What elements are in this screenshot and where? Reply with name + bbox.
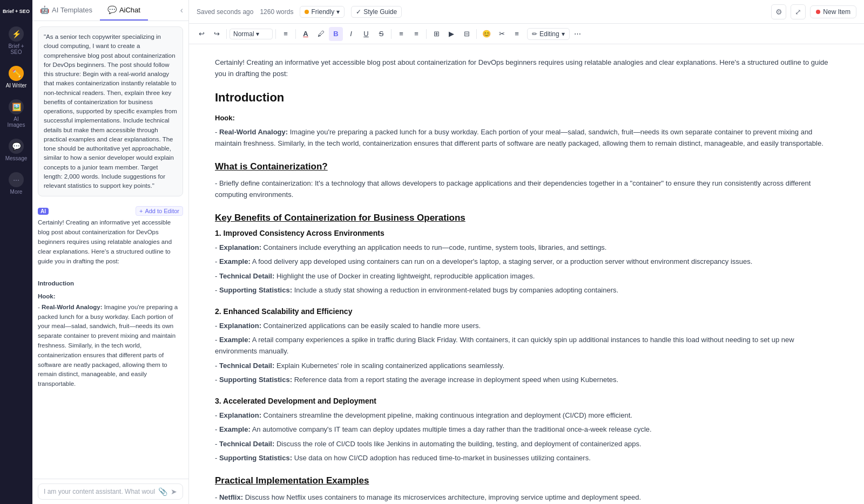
prompt-text: "As a senior tech copywriter specializin…	[44, 33, 177, 189]
practical-item-netflix: - Netflix: Discuss how Netflix uses cont…	[215, 492, 838, 503]
settings-icon-button[interactable]: ⚙	[771, 4, 786, 19]
tab-ai-templates[interactable]: 🤖 AI Templates	[32, 0, 100, 21]
sidebar-item-label-ai-images: AI Images	[4, 116, 28, 128]
top-bar: Saved seconds ago 1260 words Friendly ▾ …	[189, 0, 864, 24]
format-toolbar: ↩ ↪ Normal ▾ ≡ A 🖊 B I U S ≡ ≡ ⊞ ▶ ⊟ 😊 ✂…	[189, 24, 864, 44]
embed-button[interactable]: ⊟	[460, 27, 474, 41]
benefit2-item-3: - Supporting Statistics: Reference data …	[215, 374, 838, 385]
sidebar-item-label-brief: Brief + SEO	[4, 43, 28, 55]
brand-label: Brief + SEO	[1, 5, 32, 20]
friendly-button[interactable]: Friendly ▾	[300, 6, 345, 18]
undo-button[interactable]: ↩	[194, 27, 208, 41]
emoji-button[interactable]: 😊	[480, 27, 494, 41]
sidebar-item-ai-writer[interactable]: ✏️ AI Writer	[2, 62, 30, 93]
panel-header: 🤖 AI Templates 💬 AiChat ‹	[32, 0, 188, 21]
sidebar-item-ai-images[interactable]: 🖼️ AI Images	[2, 95, 30, 132]
highlight-button[interactable]: 🖊	[314, 27, 328, 41]
ai-panel: 🤖 AI Templates 💬 AiChat ‹ "As a senior t…	[32, 0, 189, 504]
bullet-list-button[interactable]: ≡	[394, 27, 408, 41]
editing-mode-button[interactable]: ✏ Editing ▾	[527, 28, 570, 40]
redo-button[interactable]: ↪	[210, 27, 224, 41]
separator-5	[426, 29, 427, 39]
collapse-button[interactable]: ‹	[175, 2, 188, 18]
word-count: 1260 words	[260, 8, 293, 16]
tone-dot	[305, 10, 309, 14]
brief-seo-icon: ⚡	[9, 26, 24, 42]
indent-button[interactable]: ≡	[510, 27, 524, 41]
left-sidebar: Brief + SEO ⚡ Brief + SEO ✏️ AI Writer 🖼…	[0, 0, 32, 504]
pencil-icon: ✏	[532, 30, 537, 38]
ai-chat-icon: 💬	[107, 5, 117, 14]
key-benefits-heading: Key Benefits of Containerization for Bus…	[215, 213, 838, 223]
send-icon[interactable]: ➤	[171, 487, 177, 496]
benefit3-item-0: - Explanation: Containers streamline the…	[215, 410, 838, 421]
chat-input[interactable]	[44, 488, 155, 495]
benefit1-item-2: - Technical Detail: Highlight the use of…	[215, 270, 838, 282]
expand-icon-button[interactable]: ⤢	[791, 4, 806, 19]
sidebar-item-message[interactable]: 💬 Message	[2, 134, 30, 166]
separator-2	[275, 29, 276, 39]
add-icon: +	[139, 208, 143, 214]
style-chevron-icon: ▾	[256, 30, 259, 38]
separator-1	[226, 29, 227, 39]
new-item-button[interactable]: New Item	[810, 5, 856, 18]
benefit3-heading: 3. Accelerated Development and Deploymen…	[215, 397, 838, 405]
ai-images-icon: 🖼️	[9, 99, 24, 114]
italic-button[interactable]: I	[344, 27, 358, 41]
tab-ai-templates-label: AI Templates	[52, 6, 92, 14]
sidebar-item-label-ai-writer: AI Writer	[6, 83, 27, 88]
ai-response-text: Certainly! Creating an informative yet a…	[38, 218, 183, 394]
new-item-label: New Item	[823, 8, 850, 16]
benefit1-item-1: - Example: A food delivery app developed…	[215, 256, 838, 267]
ai-header: AI + Add to Editor	[38, 202, 183, 218]
hook-label: Hook:	[215, 112, 838, 124]
ordered-list-button[interactable]: ≡	[409, 27, 423, 41]
benefit2-item-1: - Example: A retail company experiences …	[215, 334, 838, 357]
message-icon: 💬	[9, 139, 24, 154]
real-world-analogy: - Real-World Analogy: Imagine you're pre…	[215, 126, 838, 149]
font-color-button[interactable]: A	[299, 27, 313, 41]
what-is-containerization-section: What is Containerization? - Briefly defi…	[215, 161, 838, 201]
style-select-label: Normal	[233, 30, 254, 38]
ai-tools-button[interactable]: ✂	[495, 27, 509, 41]
intro-paragraph: Certainly! Creating an informative yet a…	[215, 57, 838, 80]
style-guide-button[interactable]: ✓ Style Guide	[351, 6, 402, 18]
style-guide-label: Style Guide	[363, 8, 397, 16]
new-item-dot	[816, 10, 820, 14]
intro-heading: Introduction	[215, 91, 838, 105]
media-button[interactable]: ▶	[444, 27, 458, 41]
add-to-editor-button[interactable]: + Add to Editor	[136, 206, 183, 216]
separator-6	[476, 29, 477, 39]
friendly-label: Friendly	[311, 8, 334, 16]
ai-prompt-box: "As a senior tech copywriter specializin…	[38, 26, 183, 196]
practical-examples-heading: Practical Implementation Examples	[215, 475, 838, 486]
key-benefits-section: Key Benefits of Containerization for Bus…	[215, 213, 838, 464]
table-button[interactable]: ⊞	[429, 27, 443, 41]
tab-ai-chat[interactable]: 💬 AiChat	[100, 0, 148, 21]
style-select[interactable]: Normal ▾	[230, 29, 273, 39]
more-icon: ···	[9, 172, 24, 187]
strikethrough-button[interactable]: S	[374, 27, 388, 41]
ai-writer-icon: ✏️	[9, 66, 24, 81]
chat-input-wrap: 📎 ➤	[38, 483, 183, 500]
benefit1-item-3: - Supporting Statistics: Include a study…	[215, 284, 838, 296]
underline-button[interactable]: U	[359, 27, 373, 41]
benefit2-heading: 2. Enhanced Scalability and Efficiency	[215, 307, 838, 316]
align-btn[interactable]: ≡	[279, 27, 293, 41]
editing-label: Editing	[539, 30, 559, 38]
top-bar-right: ⚙ ⤢ New Item	[771, 4, 856, 19]
practical-examples-section: Practical Implementation Examples - Netf…	[215, 475, 838, 504]
benefit3-item-3: - Supporting Statistics: Use data on how…	[215, 452, 838, 464]
sidebar-item-label-message: Message	[5, 155, 28, 161]
benefit3-item-2: - Technical Detail: Discuss the role of …	[215, 438, 838, 449]
more-options-button[interactable]: ⋯	[571, 27, 585, 41]
containerization-definition: - Briefly define containerization: It's …	[215, 178, 838, 201]
separator-3	[295, 29, 296, 39]
sidebar-item-brief-seo[interactable]: ⚡ Brief + SEO	[2, 22, 30, 59]
friendly-chevron-icon: ▾	[336, 8, 340, 16]
bold-button[interactable]: B	[329, 27, 343, 41]
sidebar-item-more[interactable]: ··· More	[2, 168, 30, 199]
benefit2-item-2: - Technical Detail: Explain Kubernetes' …	[215, 360, 838, 371]
attach-icon[interactable]: 📎	[158, 487, 167, 496]
ai-response-section: AI + Add to Editor Certainly! Creating a…	[32, 202, 188, 479]
